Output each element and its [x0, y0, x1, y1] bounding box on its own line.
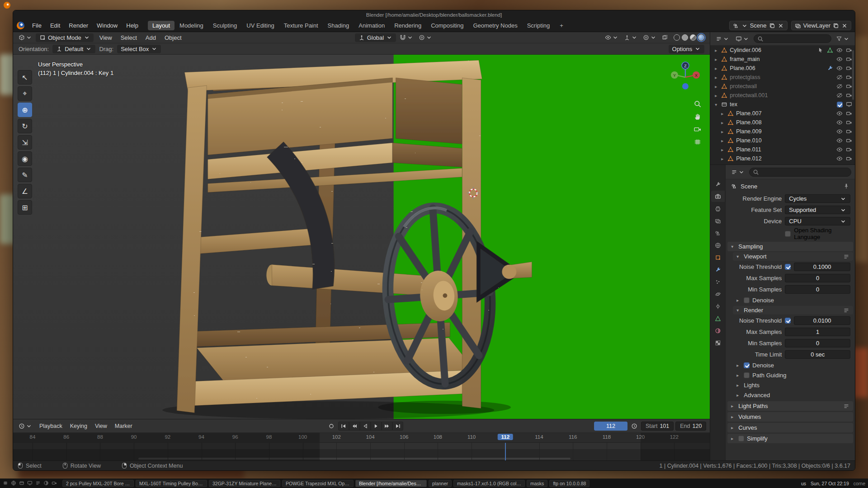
- open-shading-language-checkbox[interactable]: [785, 231, 791, 237]
- outliner-scrollbar[interactable]: [852, 50, 854, 100]
- disclosure-triangle-icon[interactable]: ▾: [736, 254, 741, 259]
- disclosure-triangle-icon[interactable]: ▾: [715, 102, 719, 107]
- properties-tab-material-12[interactable]: [711, 325, 725, 336]
- add-workspace-button[interactable]: +: [555, 21, 568, 30]
- workspace-tab-shading[interactable]: Shading: [323, 21, 354, 30]
- gizmos-dropdown[interactable]: [622, 33, 639, 42]
- taskbar-launcher-list[interactable]: [35, 480, 41, 487]
- disclosure-triangle-icon[interactable]: ▸: [715, 84, 719, 89]
- disclosure-triangle-icon[interactable]: ▸: [715, 66, 719, 71]
- outliner-display-mode[interactable]: [734, 35, 751, 43]
- workspace-tab-compositing[interactable]: Compositing: [426, 21, 468, 30]
- gizmo-z-label[interactable]: Z: [684, 64, 687, 68]
- disclosure-triangle-icon[interactable]: ▸: [715, 48, 719, 53]
- panel-sampling[interactable]: ▾Sampling: [727, 242, 853, 251]
- disclosure-triangle-icon[interactable]: ▸: [721, 111, 726, 116]
- properties-tab-wrench-7[interactable]: [711, 264, 725, 275]
- taskbar-window-7[interactable]: masks: [527, 480, 547, 487]
- shading-solid-button[interactable]: [682, 34, 688, 41]
- outliner-search-input[interactable]: [754, 34, 831, 43]
- clock[interactable]: Sun, 27 Oct 22:19: [811, 481, 849, 486]
- taskbar-launcher-cam[interactable]: [52, 480, 57, 487]
- workspace-tab-modeling[interactable]: Modeling: [175, 21, 208, 30]
- disclosure-triangle-icon[interactable]: ▸: [731, 404, 736, 408]
- transform-orientation-dropdown[interactable]: Global: [355, 33, 396, 42]
- gizmo-y-label[interactable]: Y: [673, 73, 676, 78]
- viewlayer-selector[interactable]: ViewLayer: [791, 21, 851, 30]
- taskbar-launcher-grid[interactable]: [3, 480, 8, 487]
- disclosure-triangle-icon[interactable]: ▸: [715, 93, 719, 98]
- taskbar-window-6[interactable]: masks1-17.xcf-1.0 (RGB color 8-bit …: [453, 480, 525, 487]
- disclosure-triangle-icon[interactable]: ▸: [736, 383, 741, 388]
- taskbar-window-8[interactable]: ftp on 10.0.0.88: [549, 480, 590, 487]
- subpanel-path-guiding[interactable]: ▸Path Guiding: [726, 370, 855, 380]
- disclosure-triangle-icon[interactable]: ▸: [736, 298, 741, 303]
- playhead-label[interactable]: 112: [498, 434, 514, 440]
- proportional-edit-toggle[interactable]: [417, 33, 434, 42]
- keyboard-layout[interactable]: us: [801, 481, 806, 486]
- taskbar-window-0[interactable]: 2 pcs Pulley MXL-20T Bore Size 4/5…: [62, 480, 134, 487]
- disclosure-triangle-icon[interactable]: ▸: [731, 414, 736, 419]
- disclosure-triangle-icon[interactable]: ▸: [736, 393, 741, 398]
- subpanel-denoise[interactable]: ▸Denoise: [726, 295, 855, 305]
- viewport-menu-add[interactable]: Add: [142, 33, 160, 42]
- taskbar-window-5[interactable]: planner: [429, 480, 452, 487]
- denoise-checkbox[interactable]: [744, 297, 750, 303]
- navigation-gizmo[interactable]: Z Y X: [668, 60, 703, 94]
- properties-tab-scene-4[interactable]: [711, 227, 725, 239]
- properties-tab-tri-11[interactable]: [711, 313, 725, 324]
- taskbar-launcher-globe[interactable]: [11, 480, 16, 487]
- disclosure-triangle-icon[interactable]: ▸: [736, 363, 741, 368]
- taskbar-launcher-screen[interactable]: [27, 480, 33, 487]
- outliner-item-plane-006[interactable]: ▸Plane.006: [710, 64, 855, 73]
- collection-checkbox[interactable]: [837, 102, 843, 108]
- workspace-tab-layout[interactable]: Layout: [148, 21, 175, 30]
- disclosure-triangle-icon[interactable]: ▸: [731, 425, 736, 430]
- window-titlebar[interactable]: Blender [/home/amalie/Desktop/blender/ba…: [13, 10, 855, 19]
- outliner-filter-button[interactable]: [834, 35, 851, 43]
- outliner-item-plane-010[interactable]: ▸Plane.010: [710, 136, 855, 145]
- properties-tab-wrench-0[interactable]: [711, 178, 725, 190]
- timeline-tracks[interactable]: [13, 443, 710, 460]
- taskbar-window-2[interactable]: 32GP-31ZY Miniature Planetary DC …: [209, 480, 280, 487]
- menu-window[interactable]: Window: [93, 21, 122, 30]
- drag-dropdown[interactable]: Select Box: [117, 45, 161, 53]
- workspace-tab-rendering[interactable]: Rendering: [390, 21, 426, 30]
- editor-type-button[interactable]: [17, 33, 34, 42]
- disclosure-triangle-icon[interactable]: ▾: [736, 308, 741, 313]
- shading-wireframe-button[interactable]: [674, 34, 680, 41]
- disclosure-triangle-icon[interactable]: ▸: [736, 373, 741, 378]
- shading-rendered-button[interactable]: [698, 34, 704, 41]
- viewport-menu-select[interactable]: Select: [117, 33, 141, 42]
- next-keyframe-button[interactable]: [382, 422, 392, 431]
- outliner-item-cylinder-006[interactable]: ▸Cylinder.006: [710, 46, 855, 55]
- disclosure-triangle-icon[interactable]: ▸: [715, 57, 719, 62]
- outliner-item-plane-008[interactable]: ▸Plane.008: [710, 118, 855, 127]
- timeline-menu-marker[interactable]: Marker: [111, 422, 136, 431]
- disclosure-triangle-icon[interactable]: ▾: [731, 244, 736, 249]
- properties-search-input[interactable]: [749, 168, 851, 177]
- frame-end-field[interactable]: End 120: [675, 422, 706, 431]
- min-samples-field[interactable]: 0: [785, 339, 850, 347]
- menu-file[interactable]: File: [28, 21, 46, 30]
- max-samples-field[interactable]: 1: [785, 328, 850, 336]
- viewport-menu-view[interactable]: View: [95, 33, 116, 42]
- properties-tab-camback-1[interactable]: [711, 191, 725, 202]
- playhead[interactable]: [505, 443, 506, 460]
- tool-measure-button[interactable]: ∠: [18, 184, 32, 198]
- subpanel-advanced[interactable]: ▸Advanced: [726, 390, 855, 400]
- properties-tab-globe-5[interactable]: [711, 239, 725, 251]
- taskbar-launcher-material[interactable]: [43, 480, 49, 487]
- noise-threshold-field[interactable]: 0.1000: [794, 263, 850, 271]
- subpanel-lights[interactable]: ▸Lights: [726, 380, 855, 390]
- play-reverse-button[interactable]: [360, 422, 371, 431]
- xray-toggle[interactable]: [660, 33, 670, 42]
- path-guiding-checkbox[interactable]: [744, 372, 750, 378]
- blender-logo-icon[interactable]: [17, 22, 24, 29]
- auto-keying-toggle[interactable]: [326, 422, 336, 430]
- disclosure-triangle-icon[interactable]: ▸: [721, 156, 726, 161]
- mode-dropdown[interactable]: Object Mode: [36, 33, 94, 42]
- properties-editor-type-button[interactable]: [729, 168, 746, 176]
- disclosure-triangle-icon[interactable]: ▸: [721, 138, 726, 143]
- denoise-checkbox[interactable]: [744, 362, 750, 368]
